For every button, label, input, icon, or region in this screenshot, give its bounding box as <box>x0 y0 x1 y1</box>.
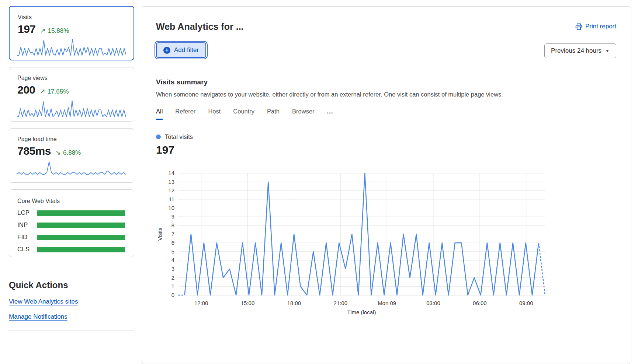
svg-text:8: 8 <box>171 222 174 228</box>
svg-text:7: 7 <box>171 231 174 237</box>
page-load-time-card-title: Page load time <box>17 136 126 143</box>
svg-text:0: 0 <box>171 292 174 298</box>
panel-header: Web Analytics for ... Print report + Add… <box>141 7 631 67</box>
visits-summary-description: When someone navigates to your website, … <box>156 91 616 98</box>
total-visits-value: 197 <box>156 144 616 156</box>
visits-card-title: Visits <box>18 14 125 21</box>
tab-host[interactable]: Host <box>208 108 221 120</box>
print-report-button[interactable]: Print report <box>575 23 616 30</box>
vital-bar-good <box>37 223 125 228</box>
visits-card[interactable]: Visits 197 ↗ 15.88% <box>9 6 134 60</box>
visits-chart-container: 0123456789101112131412:0015:0018:0021:00… <box>156 169 616 318</box>
add-filter-label: Add filter <box>174 46 199 54</box>
tab-country[interactable]: Country <box>233 108 254 120</box>
svg-text:9: 9 <box>171 213 174 220</box>
svg-text:12:00: 12:00 <box>194 300 208 306</box>
sidebar-divider <box>9 330 134 330</box>
summary-tabs: All Referer Host Country Path Browser ..… <box>156 108 616 120</box>
svg-text:09:00: 09:00 <box>519 300 533 306</box>
trend-up-icon: ↗ <box>40 87 45 95</box>
quick-actions-section: Quick Actions View Web Analytics sites M… <box>9 280 134 330</box>
svg-text:5: 5 <box>171 248 174 255</box>
core-web-vitals-title: Core Web Vitals <box>17 198 125 204</box>
svg-text:13: 13 <box>168 179 174 185</box>
total-visits-legend-dot <box>156 134 161 139</box>
plus-circle-icon: + <box>163 47 170 54</box>
print-report-label: Print report <box>585 23 616 30</box>
page-views-card-title: Page views <box>17 75 126 81</box>
metrics-sidebar: Visits 197 ↗ 15.88% Page views 200 ↗ 17.… <box>9 6 134 330</box>
visits-summary-section: Visits summary When someone navigates to… <box>141 67 631 318</box>
page-views-sparkline <box>17 98 126 118</box>
vital-label: FID <box>17 234 37 241</box>
page-load-trend-percent: 6.88% <box>63 149 81 157</box>
svg-text:06:00: 06:00 <box>473 300 487 306</box>
printer-icon <box>575 23 582 30</box>
tab-referer[interactable]: Referer <box>175 108 195 120</box>
visits-sparkline <box>17 37 126 56</box>
svg-text:12: 12 <box>168 187 174 193</box>
visits-trend-percent: 15.88% <box>48 27 69 35</box>
vital-row-cls: CLS <box>17 246 125 253</box>
chart-legend: Total visits <box>156 133 616 140</box>
visits-summary-title: Visits summary <box>156 78 616 86</box>
total-visits-legend-label: Total visits <box>165 133 193 140</box>
time-range-dropdown[interactable]: Previous 24 hours ▼ <box>544 43 616 58</box>
vital-bar-good <box>37 235 125 240</box>
vital-label: CLS <box>17 246 37 253</box>
vital-label: LCP <box>17 209 37 217</box>
svg-text:Mon 09: Mon 09 <box>378 300 396 306</box>
tab-all[interactable]: All <box>156 108 163 120</box>
tab-browser[interactable]: Browser <box>292 108 315 120</box>
svg-text:18:00: 18:00 <box>287 300 301 306</box>
tab-overflow-more[interactable]: ... <box>327 108 333 120</box>
svg-text:1: 1 <box>171 283 174 289</box>
visits-chart: 0123456789101112131412:0015:0018:0021:00… <box>156 169 552 317</box>
visits-card-value: 197 <box>18 23 36 35</box>
page-views-trend-percent: 17.65% <box>48 88 69 95</box>
quick-actions-title: Quick Actions <box>9 280 134 290</box>
vital-label: INP <box>17 221 37 229</box>
svg-text:11: 11 <box>169 196 174 202</box>
vital-row-fid: FID <box>17 234 125 241</box>
svg-text:4: 4 <box>171 257 174 263</box>
chevron-down-icon: ▼ <box>605 48 610 53</box>
manage-notifications-link[interactable]: Manage Notifications <box>9 313 67 321</box>
page-views-card[interactable]: Page views 200 ↗ 17.65% <box>9 67 134 122</box>
svg-text:Time (local): Time (local) <box>347 309 376 315</box>
page-load-time-card-value: 785ms <box>17 145 51 157</box>
view-web-analytics-sites-link[interactable]: View Web Analytics sites <box>9 298 78 305</box>
trend-down-icon: ↘ <box>55 148 61 157</box>
vital-bar-good <box>37 247 125 252</box>
svg-text:15:00: 15:00 <box>241 300 255 306</box>
trend-up-icon: ↗ <box>40 27 46 35</box>
page-load-time-card[interactable]: Page load time 785ms ↘ 6.88% <box>9 128 134 183</box>
svg-text:03:00: 03:00 <box>426 300 440 306</box>
svg-text:6: 6 <box>171 239 174 246</box>
svg-text:21:00: 21:00 <box>334 300 348 306</box>
add-filter-button[interactable]: + Add filter <box>156 42 206 58</box>
page-views-card-value: 200 <box>17 84 35 96</box>
svg-text:3: 3 <box>171 266 174 272</box>
analytics-main-panel: Web Analytics for ... Print report + Add… <box>141 6 631 364</box>
web-analytics-page: Visits 197 ↗ 15.88% Page views 200 ↗ 17.… <box>0 0 638 364</box>
svg-text:2: 2 <box>171 274 174 281</box>
page-load-time-sparkline <box>17 160 126 179</box>
core-web-vitals-card: Core Web Vitals LCP INP FID CLS <box>9 189 134 257</box>
vital-row-inp: INP <box>17 221 125 229</box>
vital-row-lcp: LCP <box>17 209 125 217</box>
time-range-label: Previous 24 hours <box>551 47 601 55</box>
page-title: Web Analytics for ... <box>156 21 616 32</box>
svg-text:10: 10 <box>168 205 174 211</box>
vital-bar-good <box>37 210 125 216</box>
svg-text:14: 14 <box>168 170 174 176</box>
tab-path[interactable]: Path <box>267 108 280 120</box>
svg-text:Visits: Visits <box>157 228 163 241</box>
